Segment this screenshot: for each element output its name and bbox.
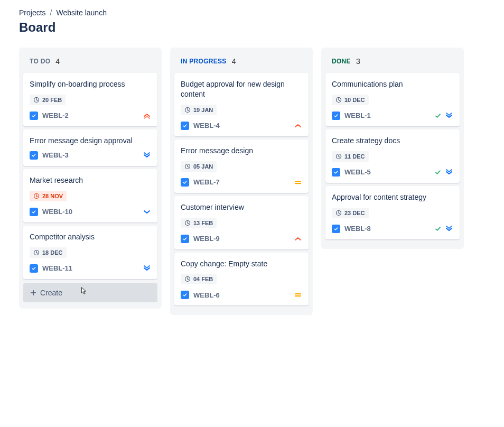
- card-footer: WEBL-8: [332, 225, 453, 233]
- issue-key[interactable]: WEBL-1: [344, 112, 371, 119]
- column-count: 4: [232, 57, 236, 66]
- card[interactable]: Market research28 NOVWEBL-10: [23, 169, 157, 222]
- done-check-icon: [434, 225, 442, 233]
- due-date-text: 11 DEC: [344, 153, 365, 160]
- issue-key[interactable]: WEBL-2: [42, 112, 69, 119]
- clock-icon: [33, 193, 40, 199]
- column-header[interactable]: TO DO4: [23, 52, 157, 73]
- issue-key[interactable]: WEBL-6: [193, 291, 220, 299]
- priority-lowest-icon: [143, 264, 151, 273]
- issue-key[interactable]: WEBL-9: [193, 235, 220, 243]
- due-date-badge: 20 FEB: [30, 95, 66, 105]
- column-header[interactable]: DONE3: [325, 52, 460, 73]
- task-type-icon: [181, 122, 189, 130]
- priority-high-icon: [294, 235, 302, 243]
- clock-icon: [184, 220, 191, 226]
- issue-key[interactable]: WEBL-4: [193, 122, 220, 129]
- due-date-text: 13 FEB: [193, 220, 213, 226]
- priority-lowest-icon: [445, 225, 453, 233]
- due-date-badge: 28 NOV: [30, 191, 67, 201]
- due-date-badge: 05 JAN: [181, 161, 217, 172]
- card[interactable]: Copy change: Empty state04 FEBWEBL-6: [174, 253, 309, 306]
- clock-icon: [335, 97, 342, 103]
- card-footer: WEBL-2: [30, 112, 151, 120]
- breadcrumb: Projects / Website launch: [19, 8, 485, 17]
- due-date-text: 20 FEB: [42, 97, 62, 103]
- task-type-icon: [30, 112, 38, 120]
- column-header[interactable]: IN PROGRESS4: [174, 52, 309, 73]
- priority-lowest-icon: [143, 151, 151, 160]
- card-title: Error message design: [181, 146, 302, 156]
- task-type-icon: [30, 264, 38, 273]
- task-type-icon: [332, 225, 340, 233]
- card-footer: WEBL-10: [30, 208, 151, 216]
- breadcrumb-project[interactable]: Website launch: [56, 8, 106, 17]
- due-date-badge: 18 DEC: [30, 247, 67, 258]
- task-type-icon: [332, 112, 340, 120]
- priority-low-icon: [143, 208, 151, 216]
- clock-icon: [335, 210, 342, 216]
- card[interactable]: Budget approval for new design content19…: [174, 73, 309, 136]
- due-date-text: 18 DEC: [42, 249, 63, 256]
- create-issue-button[interactable]: Create: [23, 283, 157, 302]
- issue-key[interactable]: WEBL-8: [344, 225, 371, 233]
- card-title: Approval for content strategy: [332, 192, 453, 202]
- done-check-icon: [434, 169, 442, 176]
- card-footer: WEBL-3: [30, 151, 151, 160]
- due-date-text: 19 JAN: [193, 107, 213, 113]
- task-type-icon: [181, 291, 189, 299]
- card-footer: WEBL-5: [332, 168, 453, 177]
- due-date-text: 23 DEC: [344, 210, 365, 216]
- priority-lowest-icon: [445, 168, 453, 177]
- card[interactable]: Create strategy docs11 DECWEBL-5: [325, 129, 460, 183]
- board: TO DO4Simplify on-boarding process20 FEB…: [19, 48, 485, 315]
- due-date-badge: 10 DEC: [332, 95, 369, 105]
- priority-high-icon: [294, 122, 302, 130]
- priority-medium-icon: [294, 291, 302, 299]
- card[interactable]: Error message design05 JANWEBL-7: [174, 140, 309, 193]
- due-date-text: 04 FEB: [193, 276, 213, 282]
- task-type-icon: [181, 178, 189, 187]
- due-date-badge: 13 FEB: [181, 218, 217, 228]
- column-count: 4: [55, 57, 60, 66]
- task-type-icon: [332, 168, 340, 177]
- card[interactable]: Error message design approvalWEBL-3: [23, 129, 157, 166]
- issue-key[interactable]: WEBL-5: [344, 168, 371, 176]
- card-footer: WEBL-1: [332, 112, 453, 120]
- issue-key[interactable]: WEBL-11: [42, 264, 72, 272]
- card-title: Copy change: Empty state: [181, 259, 302, 269]
- card[interactable]: Communications plan10 DECWEBL-1: [325, 73, 460, 126]
- clock-icon: [335, 153, 342, 160]
- issue-key[interactable]: WEBL-7: [193, 178, 220, 186]
- clock-icon: [33, 249, 40, 256]
- due-date-text: 28 NOV: [42, 193, 63, 199]
- clock-icon: [184, 107, 191, 113]
- card-footer: WEBL-6: [181, 291, 302, 299]
- card-title: Market research: [30, 175, 151, 185]
- done-check-icon: [434, 112, 442, 119]
- due-date-badge: 11 DEC: [332, 151, 369, 162]
- card[interactable]: Simplify on-boarding process20 FEBWEBL-2: [23, 73, 157, 126]
- clock-icon: [33, 97, 40, 103]
- task-type-icon: [30, 151, 38, 160]
- clock-icon: [184, 163, 191, 170]
- column-count: 3: [356, 57, 360, 66]
- card[interactable]: Approval for content strategy23 DECWEBL-…: [325, 186, 460, 239]
- card[interactable]: Customer interview13 FEBWEBL-9: [174, 196, 309, 249]
- card[interactable]: Competitor analysis18 DECWEBL-11: [23, 226, 157, 279]
- issue-key[interactable]: WEBL-3: [42, 151, 69, 159]
- card-title: Competitor analysis: [30, 232, 151, 242]
- card-title: Communications plan: [332, 79, 453, 89]
- task-type-icon: [181, 235, 189, 243]
- due-date-badge: 19 JAN: [181, 105, 217, 115]
- card-footer: WEBL-7: [181, 178, 302, 187]
- due-date-text: 10 DEC: [344, 97, 365, 103]
- card-footer: WEBL-11: [30, 264, 151, 273]
- column-title: IN PROGRESS: [181, 58, 227, 65]
- card-title: Simplify on-boarding process: [30, 79, 151, 89]
- due-date-text: 05 JAN: [193, 163, 213, 170]
- priority-medium-icon: [294, 178, 302, 187]
- breadcrumb-root[interactable]: Projects: [19, 8, 46, 17]
- create-label: Create: [40, 289, 62, 297]
- issue-key[interactable]: WEBL-10: [42, 208, 72, 216]
